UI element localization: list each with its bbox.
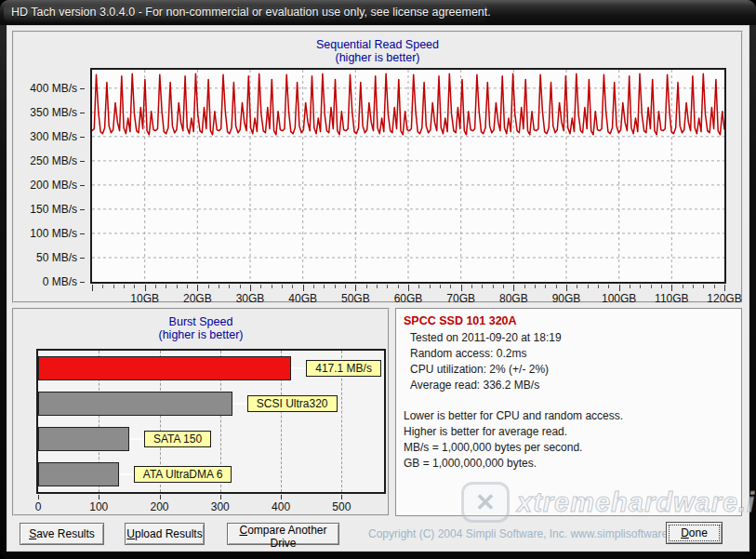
- sequential-chart-subtitle: (higher is better): [14, 51, 741, 64]
- burst-bar-row: ATA UltraDMA 6: [38, 457, 384, 492]
- test-detail-line: Tested on 2011-09-20 at 18:19: [410, 330, 734, 346]
- sequential-plot-svg: [92, 70, 724, 282]
- copyright-text: Copyright (C) 2004 Simpli Software, Inc.…: [368, 527, 692, 540]
- compare-another-drive-label: Compare Another Drive: [228, 524, 338, 550]
- burst-speed-panel: Burst Speed (higher is better) 417.1 MB/…: [12, 308, 390, 516]
- x-tick-label: 120GB: [707, 292, 741, 305]
- y-tick-label: 400 MB/s: [30, 82, 85, 95]
- sequential-plot: [90, 68, 726, 284]
- focus-rectangle: Done: [669, 525, 720, 541]
- done-button[interactable]: Done: [666, 522, 723, 544]
- note-line: Lower is better for CPU and random acces…: [404, 408, 734, 424]
- sequential-chart-title: Sequential Read Speed: [14, 38, 741, 51]
- burst-chart-subtitle: (higher is better): [14, 328, 388, 341]
- burst-bar-ata-ultradma6: [38, 462, 119, 486]
- test-detail-line: Random access: 0.2ms: [410, 346, 734, 362]
- note-line: MB/s = 1,000,000 bytes per second.: [404, 440, 734, 456]
- x-tick-label: 30GB: [236, 292, 265, 305]
- x-tick-label: 80GB: [499, 292, 528, 305]
- x-tick-label: 100GB: [602, 292, 636, 305]
- hdtach-window: HD Tach version 3.0.4.0 - For non-commer…: [0, 0, 756, 559]
- x-tick-label: 60GB: [394, 292, 423, 305]
- y-tick-label: 350 MB/s: [30, 106, 85, 119]
- title-bar: HD Tach version 3.0.4.0 - For non-commer…: [0, 0, 756, 25]
- burst-bar-sata150: [38, 427, 129, 451]
- y-tick-label: 300 MB/s: [30, 130, 85, 143]
- x-tick-label: 90GB: [552, 292, 581, 305]
- x-tick-label: 200: [151, 500, 169, 513]
- y-tick-label: 50 MB/s: [36, 251, 85, 264]
- y-tick-label: 200 MB/s: [30, 179, 85, 192]
- x-tick-label: 70GB: [446, 292, 475, 305]
- test-detail-line: CPU utilization: 2% (+/- 2%): [410, 362, 734, 378]
- client-area: Sequential Read Speed (higher is better)…: [7, 25, 749, 552]
- burst-bar-row: 417.1 MB/s: [38, 351, 384, 386]
- x-tick-label: 10GB: [130, 292, 159, 305]
- burst-bar-row: SATA 150: [38, 421, 384, 457]
- x-tick-label: 110GB: [655, 292, 688, 305]
- bar-label-tested-drive: 417.1 MB/s: [306, 360, 381, 377]
- upload-results-button[interactable]: Upload Results: [125, 523, 205, 545]
- sequential-y-axis: 400 MB/s350 MB/s300 MB/s250 MB/s200 MB/s…: [14, 68, 85, 284]
- y-tick-label: 250 MB/s: [30, 154, 85, 167]
- done-label: Done: [670, 526, 719, 540]
- test-details: Tested on 2011-09-20 at 18:19 Random acc…: [404, 330, 734, 393]
- x-tick-label: 50GB: [341, 292, 370, 305]
- explanatory-notes: Lower is better for CPU and random acces…: [404, 408, 734, 472]
- burst-x-axis: 0100200300400500: [38, 500, 384, 512]
- drive-name: SPCC SSD 101 320A: [404, 314, 734, 327]
- results-info-panel: SPCC SSD 101 320A Tested on 2011-09-20 a…: [395, 308, 742, 516]
- bar-connector-line: [119, 473, 134, 475]
- bar-connector-line: [232, 403, 247, 405]
- test-detail-line: Average read: 336.2 MB/s: [410, 378, 734, 393]
- burst-bar-tested-drive: [38, 356, 291, 380]
- sequential-x-major-ticks: [92, 285, 725, 291]
- upload-results-label: Upload Results: [126, 527, 204, 540]
- save-results-label: Save Results: [20, 527, 103, 540]
- bar-connector-line: [129, 438, 144, 440]
- bar-connector-line: [291, 367, 306, 369]
- window-title: HD Tach version 3.0.4.0 - For non-commer…: [11, 6, 491, 19]
- bar-label-ata-ultradma6: ATA UltraDMA 6: [134, 466, 232, 483]
- burst-bars: 417.1 MB/s SCSI Ultra320 SATA 150: [38, 351, 384, 492]
- x-tick-label: 0: [35, 500, 42, 513]
- y-tick-label: 0 MB/s: [43, 275, 85, 288]
- bar-label-scsi-ultra320: SCSI Ultra320: [247, 395, 338, 412]
- sequential-x-axis: 10GB20GB30GB40GB50GB60GB70GB80GB90GB100G…: [92, 292, 724, 304]
- save-results-button[interactable]: Save Results: [20, 523, 104, 545]
- burst-plot: 417.1 MB/s SCSI Ultra320 SATA 150: [36, 349, 386, 494]
- x-tick-label: 40GB: [288, 292, 317, 305]
- x-tick-label: 300: [211, 500, 230, 513]
- note-line: Higher is better for average read.: [404, 424, 734, 440]
- y-tick-label: 100 MB/s: [30, 227, 85, 240]
- x-tick-label: 20GB: [183, 292, 212, 305]
- burst-bar-row: SCSI Ultra320: [38, 386, 384, 421]
- y-tick-label: 150 MB/s: [30, 203, 85, 216]
- x-tick-label: 500: [332, 500, 351, 513]
- burst-x-ticks: [38, 495, 385, 499]
- compare-another-drive-button[interactable]: Compare Another Drive: [227, 523, 339, 545]
- burst-bar-scsi-ultra320: [38, 392, 232, 416]
- x-tick-label: 400: [272, 500, 290, 513]
- burst-chart-title: Burst Speed: [14, 315, 388, 328]
- note-line: GB = 1,000,000,000 bytes.: [404, 456, 734, 472]
- x-tick-label: 100: [89, 500, 108, 513]
- sequential-read-panel: Sequential Read Speed (higher is better)…: [12, 31, 743, 303]
- bar-label-sata150: SATA 150: [144, 431, 211, 447]
